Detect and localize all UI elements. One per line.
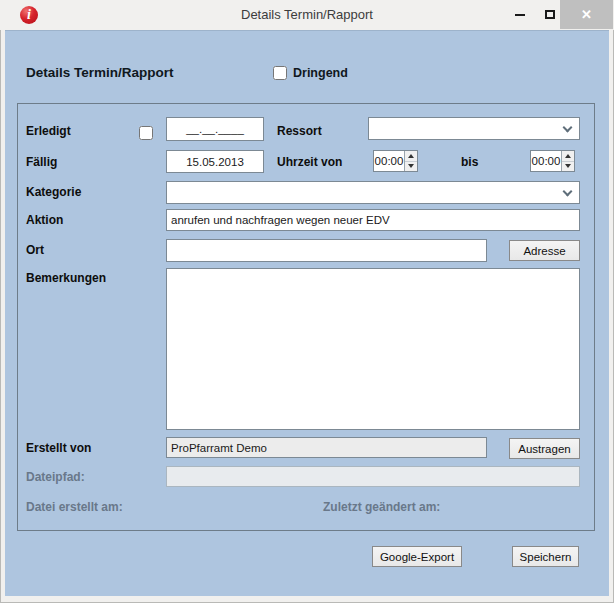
details-termin-rapport-window: i Details Termin/Rapport ✕ Details Termi…	[0, 0, 614, 603]
faellig-label: Fällig	[26, 155, 57, 169]
bemerkungen-label: Bemerkungen	[26, 271, 106, 285]
chevron-down-icon	[563, 123, 573, 133]
google-export-button[interactable]: Google-Export	[372, 546, 462, 567]
erstellt-von-input[interactable]	[166, 437, 487, 458]
close-button[interactable]: ✕	[560, 0, 613, 29]
zuletzt-geaendert-am-label: Zuletzt geändert am:	[323, 500, 440, 514]
titlebar: i Details Termin/Rapport ✕	[0, 0, 614, 30]
minimize-icon	[515, 14, 525, 16]
dringend-label: Dringend	[293, 66, 348, 80]
arrow-down-icon	[408, 164, 414, 168]
erledigt-date-input[interactable]	[166, 117, 264, 141]
uhrzeit-bis-spinner[interactable]: 00:00	[530, 150, 575, 172]
erstellt-von-label: Erstellt von	[26, 441, 91, 455]
adresse-button[interactable]: Adresse	[509, 240, 580, 261]
uhrzeit-von-spinner[interactable]: 00:00	[373, 150, 418, 172]
erledigt-checkbox[interactable]	[139, 126, 153, 140]
dateipfad-label: Dateipfad:	[26, 470, 85, 484]
minimize-button[interactable]	[505, 0, 535, 29]
austragen-button[interactable]: Austragen	[509, 438, 580, 459]
page-title: Details Termin/Rapport	[26, 65, 174, 80]
chevron-down-icon	[563, 187, 573, 197]
arrow-up-icon	[565, 154, 571, 158]
spinner-up-button[interactable]	[405, 151, 417, 162]
kategorie-select[interactable]	[166, 181, 580, 204]
uhrzeit-von-value[interactable]: 00:00	[374, 151, 404, 171]
arrow-up-icon	[408, 154, 414, 158]
aktion-label: Aktion	[26, 213, 63, 227]
datei-erstellt-am-label: Datei erstellt am:	[26, 500, 123, 514]
ressort-select[interactable]	[368, 117, 580, 140]
spinner-down-button[interactable]	[562, 162, 574, 172]
spinner-down-button[interactable]	[405, 162, 417, 172]
uhrzeit-bis-value[interactable]: 00:00	[531, 151, 561, 171]
maximize-icon	[545, 10, 555, 19]
dringend-checkbox[interactable]	[273, 66, 287, 80]
ressort-label: Ressort	[277, 124, 322, 138]
ort-input[interactable]	[166, 239, 487, 262]
kategorie-label: Kategorie	[26, 185, 81, 199]
bemerkungen-textarea[interactable]	[166, 268, 580, 430]
uhrzeit-von-label: Uhrzeit von	[277, 155, 342, 169]
ort-label: Ort	[26, 243, 44, 257]
faellig-date-input[interactable]	[166, 150, 264, 173]
aktion-input[interactable]	[166, 209, 580, 231]
bis-label: bis	[461, 155, 478, 169]
spinner-up-button[interactable]	[562, 151, 574, 162]
erledigt-label: Erledigt	[26, 124, 71, 138]
dateipfad-input	[166, 466, 580, 487]
speichern-button[interactable]: Speichern	[512, 546, 579, 567]
arrow-down-icon	[565, 164, 571, 168]
